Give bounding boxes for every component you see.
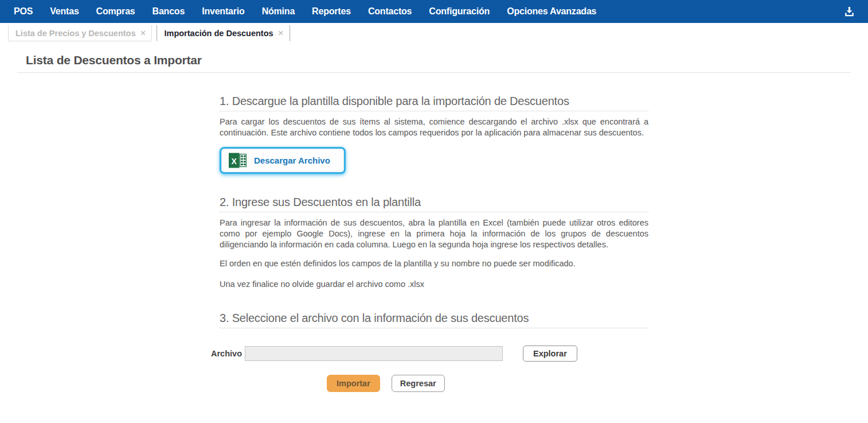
file-field-label: Archivo bbox=[211, 349, 236, 358]
file-path-input[interactable] bbox=[245, 346, 503, 361]
close-tab-icon[interactable]: × bbox=[278, 28, 284, 38]
explore-button[interactable]: Explorar bbox=[523, 346, 577, 362]
step-2-paragraph-3: Una vez finalice no olvide guardar el ar… bbox=[220, 279, 648, 290]
step-1-heading: 1. Descargue la plantilla disponible par… bbox=[220, 95, 648, 111]
step-2-section: 2. Ingrese sus Descuentos en la plantill… bbox=[220, 196, 648, 290]
page-title: Lista de Descuentos a Importar bbox=[26, 53, 851, 67]
page-container: Lista de Descuentos a Importar 1. Descar… bbox=[0, 53, 868, 392]
step-2-heading: 2. Ingrese sus Descuentos en la plantill… bbox=[220, 196, 648, 212]
step-3-section: 3. Seleccione el archivo con la informac… bbox=[220, 312, 648, 362]
download-template-label: Descargar Archivo bbox=[254, 156, 330, 165]
tab-label: Importación de Descuentos bbox=[164, 29, 273, 38]
nav-item-ventas[interactable]: Ventas bbox=[50, 6, 79, 17]
file-form-row: Archivo Explorar bbox=[211, 346, 648, 362]
step-3-heading: 3. Seleccione el archivo con la informac… bbox=[220, 312, 648, 328]
nav-item-pos[interactable]: POS bbox=[14, 6, 33, 17]
back-button[interactable]: Regresar bbox=[392, 375, 445, 392]
nav-item-bancos[interactable]: Bancos bbox=[153, 6, 185, 17]
import-button[interactable]: Importar bbox=[327, 375, 380, 392]
svg-text:X: X bbox=[232, 157, 237, 166]
step-2-paragraph-1: Para ingresar la información de sus desc… bbox=[220, 218, 648, 250]
step-2-paragraph-2: El orden en que estén definidos los camp… bbox=[220, 258, 648, 269]
tab-label: Lista de Precios y Descuentos bbox=[15, 29, 136, 38]
nav-item-nomina[interactable]: Nómina bbox=[262, 6, 295, 17]
nav-item-compras[interactable]: Compras bbox=[96, 6, 135, 17]
nav-item-opciones-avanzadas[interactable]: Opciones Avanzadas bbox=[507, 6, 596, 17]
tab-bar: Lista de Precios y Descuentos × Importac… bbox=[0, 25, 868, 41]
title-divider bbox=[17, 72, 851, 73]
tab-lista-de-precios-y-descuentos[interactable]: Lista de Precios y Descuentos × bbox=[8, 25, 152, 41]
action-buttons-row: Importar Regresar bbox=[327, 375, 648, 392]
download-tray-icon[interactable] bbox=[843, 6, 855, 17]
nav-item-contactos[interactable]: Contactos bbox=[368, 6, 412, 17]
nav-item-inventario[interactable]: Inventario bbox=[202, 6, 244, 17]
nav-item-configuracion[interactable]: Configuración bbox=[429, 6, 490, 17]
excel-icon: X bbox=[229, 152, 247, 169]
step-1-section: 1. Descargue la plantilla disponible par… bbox=[220, 95, 648, 174]
import-wizard-content: 1. Descargue la plantilla disponible par… bbox=[220, 95, 648, 392]
step-1-paragraph: Para cargar los descuentos de sus ítems … bbox=[220, 117, 648, 138]
tab-importacion-de-descuentos[interactable]: Importación de Descuentos × bbox=[157, 25, 290, 41]
top-navbar: POS Ventas Compras Bancos Inventario Nóm… bbox=[0, 0, 868, 23]
close-tab-icon[interactable]: × bbox=[140, 28, 146, 38]
download-template-button[interactable]: X Descargar Archivo bbox=[220, 147, 346, 174]
nav-item-reportes[interactable]: Reportes bbox=[312, 6, 351, 17]
